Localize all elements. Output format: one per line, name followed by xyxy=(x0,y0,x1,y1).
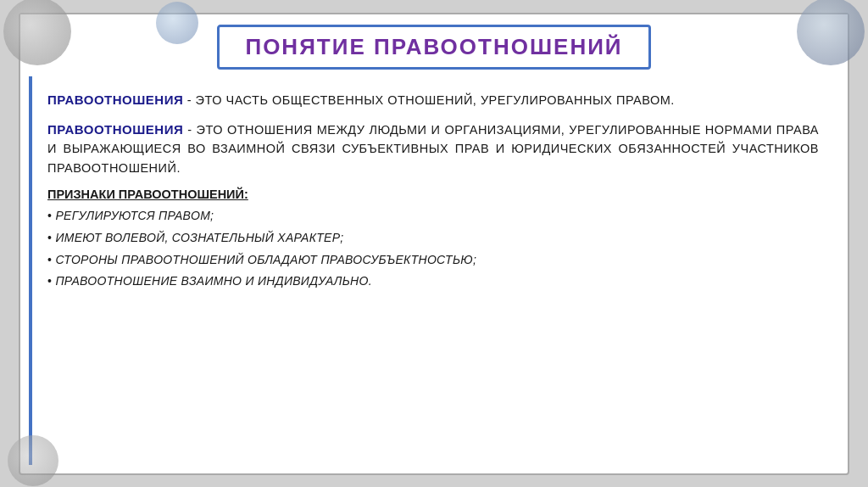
bullet-item: ИМЕЮТ ВОЛЕВОЙ, СОЗНАТЕЛЬНЫЙ ХАРАКТЕР; xyxy=(47,230,819,247)
slide-title: ПОНЯТИЕ ПРАВООТНОШЕНИЙ xyxy=(245,34,622,59)
title-box: ПОНЯТИЕ ПРАВООТНОШЕНИЙ xyxy=(217,25,650,70)
deco-circle-top-mid xyxy=(156,2,198,44)
content-area: ПРАВООТНОШЕНИЯ - ЭТО ЧАСТЬ ОБЩЕСТВЕННЫХ … xyxy=(29,76,839,465)
title-area: ПОНЯТИЕ ПРАВООТНОШЕНИЙ xyxy=(20,14,848,76)
bullet-list: РЕГУЛИРУЮТСЯ ПРАВОМ;ИМЕЮТ ВОЛЕВОЙ, СОЗНА… xyxy=(47,208,819,289)
keyword-1: ПРАВООТНОШЕНИЯ xyxy=(47,92,183,107)
definition1-text: - ЭТО ЧАСТЬ ОБЩЕСТВЕННЫХ ОТНОШЕНИЙ, УРЕГ… xyxy=(183,93,675,107)
bullet-item: СТОРОНЫ ПРАВООТНОШЕНИЙ ОБЛАДАЮТ ПРАВОСУБ… xyxy=(47,252,819,269)
signs-heading: ПРИЗНАКИ ПРАВООТНОШЕНИЙ: xyxy=(47,188,819,201)
bullet-item: ПРАВООТНОШЕНИЕ ВЗАИМНО И ИНДИВИДУАЛЬНО. xyxy=(47,273,819,290)
paragraph-2: ПРАВООТНОШЕНИЯ - ЭТО ОТНОШЕНИЯ МЕЖДУ ЛЮД… xyxy=(47,120,819,177)
deco-circle-bottom-left xyxy=(8,435,58,486)
keyword-2: ПРАВООТНОШЕНИЯ xyxy=(47,122,183,137)
slide-container: ПОНЯТИЕ ПРАВООТНОШЕНИЙ ПРАВООТНОШЕНИЯ - … xyxy=(19,13,849,475)
paragraph-1: ПРАВООТНОШЕНИЯ - ЭТО ЧАСТЬ ОБЩЕСТВЕННЫХ … xyxy=(47,90,819,109)
bullet-item: РЕГУЛИРУЮТСЯ ПРАВОМ; xyxy=(47,208,819,225)
